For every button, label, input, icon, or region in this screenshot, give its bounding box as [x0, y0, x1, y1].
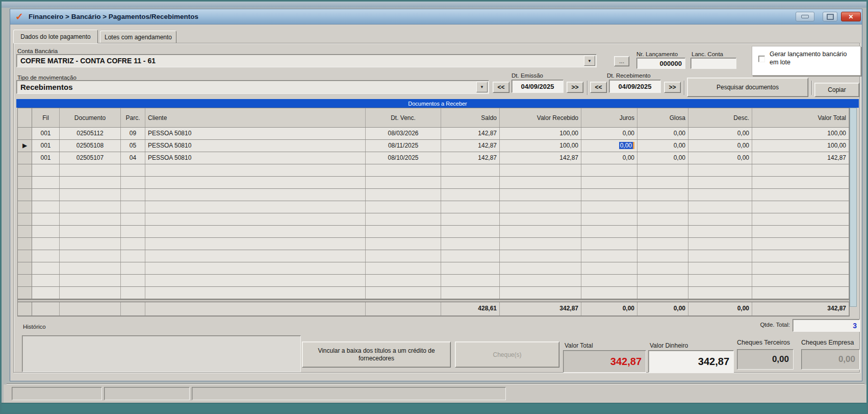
cell-documento[interactable]: [60, 226, 121, 237]
cell-parc[interactable]: [121, 164, 145, 176]
cell-fil[interactable]: [32, 213, 60, 225]
cell-cliente[interactable]: PESSOA 50810: [145, 128, 366, 139]
row-selector-cell[interactable]: [18, 275, 32, 286]
cell-dt_venc[interactable]: [366, 275, 441, 286]
cell-fil[interactable]: [32, 287, 60, 299]
cell-desc[interactable]: [688, 213, 752, 225]
cell-valor_total[interactable]: [752, 226, 849, 237]
cell-dt_venc[interactable]: [366, 250, 441, 262]
cell-parc[interactable]: [121, 226, 145, 237]
cell-glosa[interactable]: 0,00: [637, 128, 688, 139]
cell-parc[interactable]: [121, 177, 145, 188]
cell-documento[interactable]: [60, 238, 121, 250]
cell-valor_total[interactable]: 100,00: [752, 140, 849, 152]
cell-juros[interactable]: [581, 213, 637, 225]
cell-glosa[interactable]: 0,00: [637, 140, 688, 152]
cell-documento[interactable]: [60, 275, 121, 286]
cell-saldo[interactable]: 142,87: [441, 128, 500, 139]
cell-parc[interactable]: [121, 201, 145, 213]
row-selector-cell[interactable]: [18, 238, 32, 250]
cell-desc[interactable]: [688, 238, 752, 250]
cell-juros[interactable]: 0,00: [581, 128, 637, 139]
cell-valor_recebido[interactable]: [500, 238, 581, 250]
pesquisar-documentos-button[interactable]: Pesquisar documentos: [687, 78, 808, 97]
cell-cliente[interactable]: [145, 287, 366, 299]
cell-desc[interactable]: 0,00: [688, 140, 752, 152]
cell-saldo[interactable]: [441, 201, 500, 213]
cell-saldo[interactable]: [441, 164, 500, 176]
cell-fil[interactable]: [32, 226, 60, 237]
cell-cliente[interactable]: [145, 250, 366, 262]
gerar-lote-checkbox[interactable]: [758, 56, 765, 62]
cell-fil[interactable]: [32, 262, 60, 274]
cell-valor_recebido[interactable]: [500, 189, 581, 201]
cell-dt_venc[interactable]: [366, 226, 441, 237]
cell-cliente[interactable]: PESSOA 50810: [145, 140, 366, 152]
cell-valor_total[interactable]: [752, 177, 849, 188]
cell-documento[interactable]: [60, 177, 121, 188]
row-selector-cell[interactable]: [18, 213, 32, 225]
historico-textarea[interactable]: [22, 335, 301, 372]
cell-glosa[interactable]: [637, 177, 688, 188]
cell-documento[interactable]: [60, 287, 121, 299]
cell-valor_recebido[interactable]: [500, 177, 581, 188]
cell-saldo[interactable]: [441, 250, 500, 262]
cell-cliente[interactable]: [145, 213, 366, 225]
tipo-movimentacao-combobox[interactable]: Recebimentos ▼: [16, 80, 489, 94]
valor-dinheiro-field[interactable]: 342,87: [648, 350, 734, 373]
cell-glosa[interactable]: 0,00: [637, 152, 688, 164]
cell-parc[interactable]: [121, 213, 145, 225]
cell-desc[interactable]: [688, 250, 752, 262]
cell-dt_venc[interactable]: [366, 213, 441, 225]
cell-cliente[interactable]: [145, 262, 366, 274]
cell-fil[interactable]: [32, 250, 60, 262]
cell-fil[interactable]: [32, 275, 60, 286]
cell-fil[interactable]: [32, 238, 60, 250]
row-selector-cell[interactable]: [18, 164, 32, 176]
chevron-down-icon[interactable]: ▼: [476, 82, 488, 92]
cell-parc[interactable]: [121, 287, 145, 299]
cell-desc[interactable]: [688, 164, 752, 176]
row-selector-cell[interactable]: [18, 189, 32, 201]
cell-valor_recebido[interactable]: [500, 226, 581, 237]
cell-saldo[interactable]: [441, 262, 500, 274]
cell-parc[interactable]: 04: [121, 152, 145, 164]
cell-valor_total[interactable]: 100,00: [752, 128, 849, 139]
tab-lotes-agendamento[interactable]: Lotes com agendamento: [100, 31, 176, 43]
title-bar[interactable]: ✓ Financeiro > Bancário > Pagamentos/Rec…: [10, 9, 862, 25]
close-button[interactable]: ✕: [841, 12, 861, 21]
cell-juros[interactable]: [581, 238, 637, 250]
browse-account-button[interactable]: ...: [614, 56, 629, 66]
cell-valor_recebido[interactable]: [500, 262, 581, 274]
cell-saldo[interactable]: 142,87: [441, 140, 500, 152]
cell-glosa[interactable]: [637, 189, 688, 201]
cell-fil[interactable]: 001: [32, 140, 60, 152]
cell-desc[interactable]: [688, 262, 752, 274]
cell-juros[interactable]: [581, 287, 637, 299]
cell-juros[interactable]: [581, 164, 637, 176]
chevron-down-icon[interactable]: ▼: [584, 56, 595, 66]
cell-dt_venc[interactable]: [366, 177, 441, 188]
cell-cliente[interactable]: [145, 177, 366, 188]
cell-cliente[interactable]: [145, 275, 366, 286]
cell-dt_venc[interactable]: [366, 164, 441, 176]
maximize-button[interactable]: [823, 12, 837, 21]
cell-documento[interactable]: [60, 213, 121, 225]
row-selector-cell[interactable]: [18, 262, 32, 274]
row-selector-cell[interactable]: [18, 201, 32, 213]
cell-desc[interactable]: [688, 275, 752, 286]
cell-parc[interactable]: [121, 238, 145, 250]
cell-dt_venc[interactable]: 08/03/2026: [366, 128, 441, 139]
dt-emissao-field[interactable]: 04/09/2025: [512, 80, 564, 93]
dt-emissao-prev-button[interactable]: <<: [493, 82, 509, 93]
cell-valor_recebido[interactable]: [500, 164, 581, 176]
cheques-button[interactable]: Cheque(s): [455, 342, 559, 368]
cell-valor_total[interactable]: [752, 164, 849, 176]
cell-documento[interactable]: 02505112: [60, 128, 121, 139]
cell-fil[interactable]: [32, 177, 60, 188]
row-selector-cell[interactable]: ▶: [18, 140, 32, 152]
cell-dt_venc[interactable]: [366, 189, 441, 201]
cell-documento[interactable]: [60, 201, 121, 213]
cell-desc[interactable]: [688, 226, 752, 237]
cell-juros[interactable]: [581, 177, 637, 188]
